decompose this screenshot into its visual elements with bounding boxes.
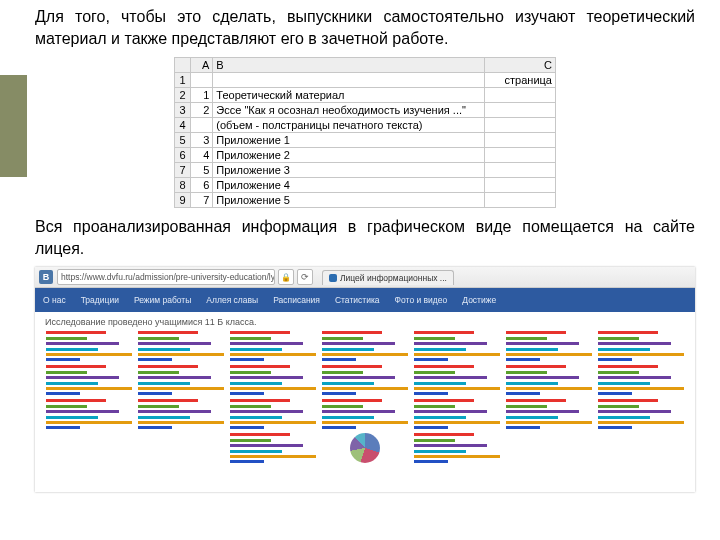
row-number: 7	[175, 163, 191, 178]
favicon-icon	[329, 274, 337, 282]
table-row: 64Приложение 2	[175, 148, 556, 163]
lock-icon: 🔒	[278, 269, 294, 285]
cell-c	[485, 193, 556, 208]
table-row: 4(объем - полстраницы печатного текста)	[175, 118, 556, 133]
mini-bar-chart	[322, 331, 408, 361]
cell-c	[485, 88, 556, 103]
nav-item[interactable]: Аллея славы	[206, 295, 258, 305]
row-number: 9	[175, 193, 191, 208]
paragraph-1: Для того, чтобы это сделать, выпускники …	[35, 6, 695, 49]
mini-bar-chart	[414, 399, 500, 429]
cell-b: Приложение 3	[213, 163, 485, 178]
reload-icon[interactable]: ⟳	[297, 269, 313, 285]
browser-tab[interactable]: Лицей информационных ...	[322, 270, 454, 285]
nav-item[interactable]: Статистика	[335, 295, 380, 305]
cell-a: 5	[191, 163, 213, 178]
cell-c	[485, 148, 556, 163]
cell-a	[191, 118, 213, 133]
cell-a: 2	[191, 103, 213, 118]
table-row: 21Теоретический материал	[175, 88, 556, 103]
mini-bar-chart	[598, 331, 684, 361]
site-nav-bar: О насТрадицииРежим работыАллея славыРасп…	[35, 288, 695, 312]
row-number: 3	[175, 103, 191, 118]
chart-row	[45, 433, 685, 463]
nav-item[interactable]: Достиже	[462, 295, 496, 305]
mini-bar-chart	[322, 365, 408, 395]
mini-bar-chart	[598, 399, 684, 429]
nav-item[interactable]: О нас	[43, 295, 66, 305]
mini-bar-chart	[46, 399, 132, 429]
row-number: 4	[175, 118, 191, 133]
cell-a: 3	[191, 133, 213, 148]
table-row: 53Приложение 1	[175, 133, 556, 148]
cell-a: 1	[191, 88, 213, 103]
mini-pie-chart	[322, 433, 408, 463]
cell-a: 6	[191, 178, 213, 193]
cell-c	[485, 103, 556, 118]
cell-b: Приложение 1	[213, 133, 485, 148]
row-number: 1	[175, 73, 191, 88]
side-accent-bar	[0, 75, 27, 177]
cell-b: Теоретический материал	[213, 88, 485, 103]
cell-b: Эссе "Как я осознал необходимость изучен…	[213, 103, 485, 118]
mini-bar-chart	[46, 365, 132, 395]
spreadsheet-table: A B C 1страница21Теоретический материал3…	[174, 57, 556, 208]
mini-bar-chart	[598, 365, 684, 395]
col-C: C	[485, 58, 556, 73]
cell-a: 7	[191, 193, 213, 208]
nav-item[interactable]: Фото и видео	[395, 295, 448, 305]
cell-b: Приложение 5	[213, 193, 485, 208]
mini-bar-chart	[138, 331, 224, 361]
col-B: B	[213, 58, 485, 73]
tab-title: Лицей информационных ...	[340, 273, 447, 283]
chart-row	[45, 365, 685, 395]
row-number: 6	[175, 148, 191, 163]
cell-b	[213, 73, 485, 88]
cell-c	[485, 178, 556, 193]
cell-c	[485, 133, 556, 148]
charts-grid	[35, 329, 695, 467]
cell-b: Приложение 4	[213, 178, 485, 193]
cell-a	[191, 73, 213, 88]
mini-bar-chart	[414, 365, 500, 395]
cell-c	[485, 163, 556, 178]
cell-b: Приложение 2	[213, 148, 485, 163]
slide-content: Для того, чтобы это сделать, выпускники …	[35, 6, 695, 492]
cell-a: 4	[191, 148, 213, 163]
paragraph-2: Вся проанализированная информация в граф…	[35, 216, 695, 259]
browser-screenshot: B https://www.dvfu.ru/admission/pre-univ…	[35, 267, 695, 492]
mini-bar-chart	[506, 331, 592, 361]
row-number: 5	[175, 133, 191, 148]
table-row: 75Приложение 3	[175, 163, 556, 178]
chart-row	[45, 331, 685, 361]
mini-bar-chart	[230, 365, 316, 395]
mini-bar-chart	[138, 365, 224, 395]
spreadsheet-figure: A B C 1страница21Теоретический материал3…	[174, 57, 556, 208]
col-A: A	[191, 58, 213, 73]
mini-bar-chart	[230, 399, 316, 429]
vk-icon: B	[39, 270, 53, 284]
mini-bar-chart	[138, 399, 224, 429]
row-number: 2	[175, 88, 191, 103]
mini-bar-chart	[414, 331, 500, 361]
table-row: 1страница	[175, 73, 556, 88]
table-row: 32Эссе "Как я осознал необходимость изуч…	[175, 103, 556, 118]
mini-bar-chart	[230, 433, 316, 463]
corner-cell	[175, 58, 191, 73]
nav-item[interactable]: Расписания	[273, 295, 320, 305]
cell-c: страница	[485, 73, 556, 88]
table-row: 86Приложение 4	[175, 178, 556, 193]
url-field[interactable]: https://www.dvfu.ru/admission/pre-univer…	[57, 269, 275, 285]
nav-item[interactable]: Режим работы	[134, 295, 191, 305]
mini-bar-chart	[414, 433, 500, 463]
pie-icon	[350, 433, 380, 463]
chart-row	[45, 399, 685, 429]
mini-bar-chart	[506, 399, 592, 429]
table-row: 97Приложение 5	[175, 193, 556, 208]
mini-bar-chart	[322, 399, 408, 429]
browser-address-bar: B https://www.dvfu.ru/admission/pre-univ…	[35, 267, 695, 288]
mini-bar-chart	[506, 365, 592, 395]
nav-item[interactable]: Традиции	[81, 295, 119, 305]
row-number: 8	[175, 178, 191, 193]
cell-c	[485, 118, 556, 133]
